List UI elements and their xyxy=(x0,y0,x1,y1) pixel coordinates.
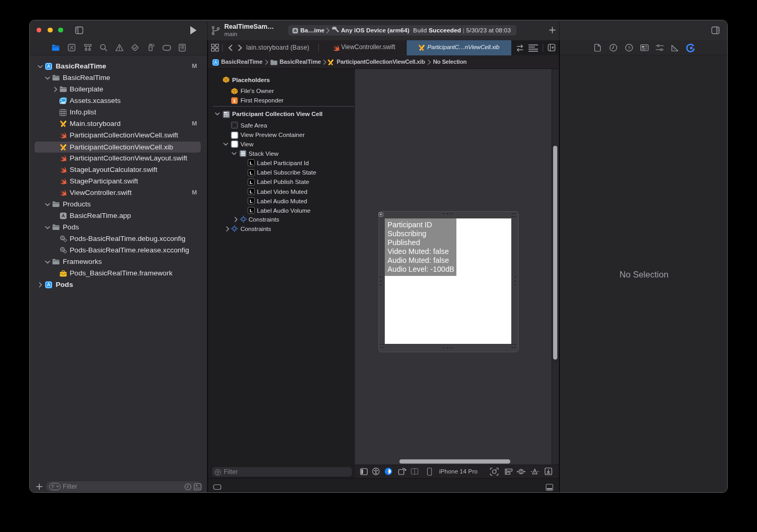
svg-text:?: ? xyxy=(627,45,630,51)
svg-text:L: L xyxy=(249,207,253,213)
svg-text:1: 1 xyxy=(233,97,236,103)
svg-text:L: L xyxy=(249,179,253,185)
svg-text:L: L xyxy=(249,170,253,176)
svg-text:L: L xyxy=(249,160,253,166)
svg-text:L: L xyxy=(249,189,253,194)
svg-text:L: L xyxy=(249,198,253,204)
